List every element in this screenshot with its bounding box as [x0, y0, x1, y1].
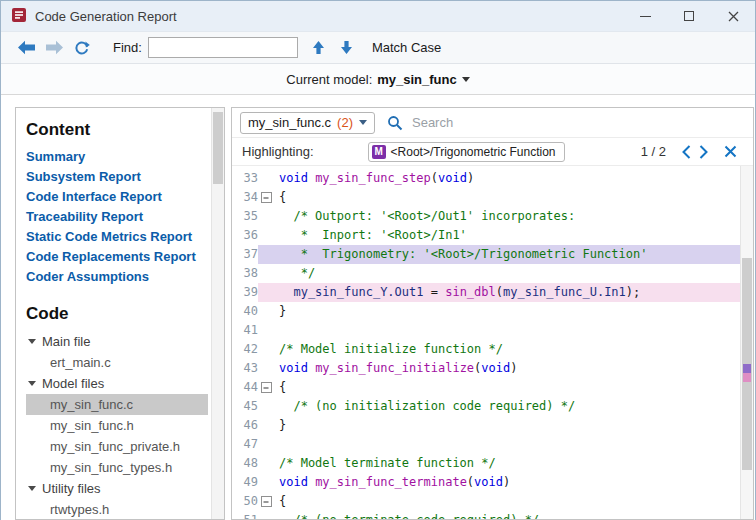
- code-token: my_sin_func_U.In1: [503, 285, 626, 299]
- tree-item-label: my_sin_func_private.h: [50, 439, 180, 454]
- code-token: */: [279, 266, 315, 280]
- main-content: Content SummarySubsystem ReportCode Inte…: [1, 95, 755, 520]
- find-input[interactable]: [148, 37, 298, 58]
- model-caret-icon: [462, 77, 470, 82]
- find-next-button[interactable]: [334, 35, 360, 61]
- sidebar-link[interactable]: Coder Assumptions: [26, 267, 208, 287]
- close-button[interactable]: [711, 1, 755, 31]
- tree-item-label: Utility files: [42, 481, 101, 496]
- tree-file-row[interactable]: my_sin_func.c: [26, 394, 208, 415]
- code-text: void my_sin_func_initialize(void): [274, 359, 753, 378]
- file-dropdown-name: my_sin_func.c: [248, 115, 331, 130]
- maximize-button[interactable]: [667, 1, 711, 31]
- code-text: */: [274, 264, 753, 283]
- search-input[interactable]: [410, 114, 745, 131]
- tree-item-label: rtwtypes.h: [50, 502, 109, 517]
- code-heading: Code: [26, 304, 208, 324]
- code-scrollbar[interactable]: [740, 166, 753, 519]
- code-text: /* (no initialization code required) */: [274, 397, 753, 416]
- sidebar-scrollbar[interactable]: [211, 108, 224, 519]
- code-token: (: [467, 475, 474, 489]
- highlighted-block-badge[interactable]: M <Root>/Trigonometric Function: [368, 142, 565, 162]
- model-selector[interactable]: Current model: my_sin_func: [286, 72, 469, 87]
- tree-item-label: Main file: [42, 334, 90, 349]
- code-line: 50{: [232, 492, 753, 511]
- prev-match-icon: [682, 145, 691, 159]
- code-token: }: [279, 304, 286, 318]
- tree-file-row[interactable]: my_sin_func.h: [26, 415, 208, 436]
- refresh-button[interactable]: [69, 35, 95, 61]
- fold-collapse-icon[interactable]: [258, 188, 274, 207]
- find-previous-button[interactable]: [306, 35, 332, 61]
- sidebar-link[interactable]: Subsystem Report: [26, 167, 208, 187]
- line-number: 49: [232, 473, 258, 492]
- sidebar-link[interactable]: Code Interface Report: [26, 187, 208, 207]
- minimize-icon: [640, 16, 651, 17]
- line-number: 45: [232, 397, 258, 416]
- code-text: my_sin_func_Y.Out1 = sin_dbl(my_sin_func…: [274, 283, 753, 302]
- code-lines: 33void my_sin_func_step(void)34{35 /* Ou…: [232, 169, 753, 519]
- fold-collapse-icon[interactable]: [258, 492, 274, 511]
- sidebar-scrollbar-thumb[interactable]: [213, 112, 223, 184]
- line-number: 51: [232, 511, 258, 519]
- forward-button[interactable]: [41, 35, 67, 61]
- sidebar-link[interactable]: Code Replacements Report: [26, 247, 208, 267]
- back-button[interactable]: [13, 35, 39, 61]
- next-match-button[interactable]: [699, 145, 708, 159]
- code-token: void: [279, 475, 308, 489]
- code-text: {: [274, 492, 753, 511]
- sidebar-link[interactable]: Static Code Metrics Report: [26, 227, 208, 247]
- fold-spacer: [258, 169, 274, 188]
- close-highlighting-button[interactable]: [724, 145, 737, 158]
- back-icon: [17, 40, 36, 55]
- code-text: }: [274, 302, 753, 321]
- code-text: * Trigonometry: '<Root>/Trigonometric Fu…: [274, 245, 753, 264]
- tree-file-row[interactable]: my_sin_func_types.h: [26, 457, 208, 478]
- fold-spacer: [258, 397, 274, 416]
- navigation-toolbar: Find: Match Case: [1, 31, 755, 64]
- code-text: * Inport: '<Root>/In1': [274, 226, 753, 245]
- tree-group-row[interactable]: Model files: [26, 373, 208, 394]
- refresh-icon: [74, 40, 90, 56]
- tree-file-row[interactable]: ert_main.c: [26, 352, 208, 373]
- code-token: {: [279, 190, 286, 204]
- tree-file-row[interactable]: my_sin_func_private.h: [26, 436, 208, 457]
- sidebar-link[interactable]: Summary: [26, 147, 208, 167]
- tree-caret-icon: [28, 381, 36, 386]
- code-token: (: [496, 285, 503, 299]
- tree-file-row[interactable]: rtwtypes.h: [26, 499, 208, 520]
- minimize-button[interactable]: [623, 1, 667, 31]
- code-line: 34{: [232, 188, 753, 207]
- forward-icon: [45, 40, 64, 55]
- code-token: }: [279, 418, 286, 432]
- code-line: 49void my_sin_func_terminate(void): [232, 473, 753, 492]
- code-token: {: [279, 380, 286, 394]
- tree-group-row[interactable]: Utility files: [26, 478, 208, 499]
- window-controls: [623, 1, 755, 31]
- file-dropdown[interactable]: my_sin_func.c (2): [240, 112, 375, 134]
- code-text: /* Model terminate function */: [274, 454, 753, 473]
- match-case-toggle[interactable]: Match Case: [372, 40, 441, 55]
- code-line: 38 */: [232, 264, 753, 283]
- fold-spacer: [258, 435, 274, 454]
- code-panel: my_sin_func.c (2) Highlighting: M <Root>…: [231, 107, 754, 520]
- code-line: 33void my_sin_func_step(void): [232, 169, 753, 188]
- fold-collapse-icon[interactable]: [258, 378, 274, 397]
- fold-spacer: [258, 416, 274, 435]
- tree-group-row[interactable]: Main file: [26, 331, 208, 352]
- code-token: * Inport: '<Root>/In1': [279, 228, 467, 242]
- code-token: sin_dbl: [445, 285, 496, 299]
- code-line: 45 /* (no initialization code required) …: [232, 397, 753, 416]
- code-token: /* Model terminate function */: [279, 456, 496, 470]
- sidebar-link[interactable]: Traceability Report: [26, 207, 208, 227]
- code-text: /* Outport: '<Root>/Out1' incorporates:: [274, 207, 753, 226]
- maximize-icon: [684, 11, 694, 21]
- code-token: * Trigonometry: '<Root>/Trigonometric Fu…: [279, 247, 647, 261]
- code-line: 44{: [232, 378, 753, 397]
- code-token: {: [279, 494, 286, 508]
- match-counter: 1 / 2: [641, 144, 666, 159]
- code-token: void: [481, 361, 510, 375]
- code-token: ): [510, 361, 517, 375]
- previous-match-button[interactable]: [682, 145, 691, 159]
- dropdown-caret-icon: [359, 120, 367, 125]
